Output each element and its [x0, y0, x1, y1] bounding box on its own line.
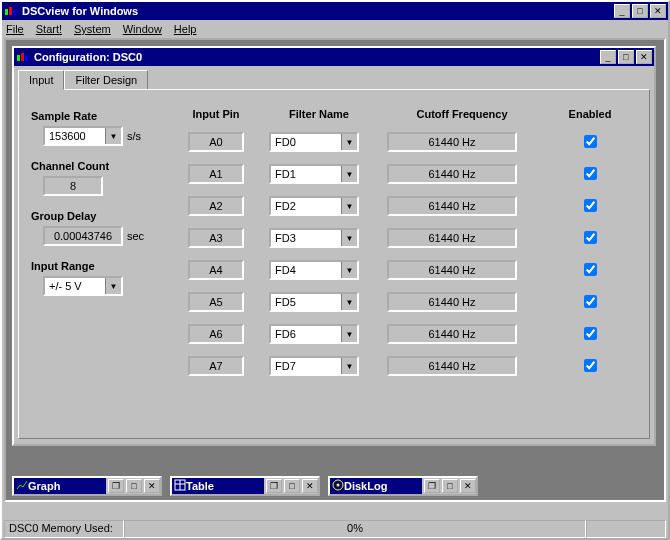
- graph-maximize-button[interactable]: □: [126, 479, 142, 493]
- chevron-down-icon: ▼: [341, 294, 357, 310]
- chevron-down-icon: ▼: [341, 326, 357, 342]
- header-input-pin: Input Pin: [181, 108, 251, 120]
- filter-dropdown-0[interactable]: FD0▼: [269, 132, 359, 152]
- enabled-checkbox-7[interactable]: [555, 359, 625, 374]
- pin-button-A5[interactable]: A5: [188, 292, 244, 312]
- pin-button-A1[interactable]: A1: [188, 164, 244, 184]
- menu-file[interactable]: File: [6, 23, 24, 35]
- group-delay-unit: sec: [127, 230, 144, 242]
- pin-button-A6[interactable]: A6: [188, 324, 244, 344]
- chevron-down-icon: ▼: [341, 134, 357, 150]
- svg-rect-4: [21, 53, 24, 61]
- filter-dropdown-5[interactable]: FD5▼: [269, 292, 359, 312]
- svg-rect-2: [13, 10, 16, 15]
- filter-dropdown-3[interactable]: FD3▼: [269, 228, 359, 248]
- status-memory-label: DSC0 Memory Used:: [4, 520, 124, 538]
- table-maximize-button[interactable]: □: [284, 479, 300, 493]
- chevron-down-icon: ▼: [341, 230, 357, 246]
- table-icon: [174, 479, 186, 493]
- chevron-down-icon: ▼: [341, 166, 357, 182]
- enabled-checkbox-2[interactable]: [555, 199, 625, 214]
- svg-rect-0: [5, 9, 8, 15]
- cutoff-field-5: 61440 Hz: [387, 292, 517, 312]
- chevron-down-icon: ▼: [341, 262, 357, 278]
- chevron-down-icon: ▼: [105, 128, 121, 144]
- pin-button-A0[interactable]: A0: [188, 132, 244, 152]
- channel-count-label: Channel Count: [31, 160, 173, 172]
- pin-button-A2[interactable]: A2: [188, 196, 244, 216]
- config-minimize-button[interactable]: _: [600, 50, 616, 64]
- config-maximize-button[interactable]: □: [618, 50, 634, 64]
- config-close-button[interactable]: ✕: [636, 50, 652, 64]
- disklog-icon: [332, 479, 344, 493]
- svg-rect-5: [25, 56, 28, 61]
- main-window: DSCview for Windows _ □ ✕ File Start! Sy…: [0, 0, 670, 540]
- sample-rate-dropdown[interactable]: 153600 ▼: [43, 126, 123, 146]
- close-button[interactable]: ✕: [650, 4, 666, 18]
- status-bar: DSC0 Memory Used: 0%: [4, 520, 666, 538]
- disklog-close-button[interactable]: ✕: [460, 479, 476, 493]
- sample-rate-unit: s/s: [127, 130, 141, 142]
- menu-system[interactable]: System: [74, 23, 111, 35]
- svg-point-10: [337, 484, 340, 487]
- filter-dropdown-4[interactable]: FD4▼: [269, 260, 359, 280]
- disklog-maximize-button[interactable]: □: [442, 479, 458, 493]
- cutoff-field-2: 61440 Hz: [387, 196, 517, 216]
- enabled-checkbox-0[interactable]: [555, 135, 625, 150]
- cutoff-field-1: 61440 Hz: [387, 164, 517, 184]
- table-restore-button[interactable]: ❐: [266, 479, 282, 493]
- filter-dropdown-7[interactable]: FD7▼: [269, 356, 359, 376]
- graph-icon: [16, 479, 28, 493]
- tab-input[interactable]: Input: [18, 70, 64, 90]
- disklog-window-minimized[interactable]: DiskLog ❐ □ ✕: [328, 476, 478, 496]
- channels-grid: Input Pin Filter Name Cutoff Frequency E…: [177, 100, 641, 428]
- config-title: Configuration: DSC0: [34, 51, 598, 63]
- enabled-checkbox-6[interactable]: [555, 327, 625, 342]
- pin-button-A7[interactable]: A7: [188, 356, 244, 376]
- menu-bar: File Start! System Window Help: [2, 20, 668, 38]
- menu-start[interactable]: Start!: [36, 23, 62, 35]
- config-title-bar: Configuration: DSC0 _ □ ✕: [14, 48, 654, 66]
- table-window-minimized[interactable]: Table ❐ □ ✕: [170, 476, 320, 496]
- chevron-down-icon: ▼: [105, 278, 121, 294]
- input-range-dropdown[interactable]: +/- 5 V ▼: [43, 276, 123, 296]
- status-memory-value: 0%: [124, 520, 586, 538]
- group-delay-field: 0.00043746: [43, 226, 123, 246]
- minimize-button[interactable]: _: [614, 4, 630, 18]
- header-filter-name: Filter Name: [269, 108, 369, 120]
- disklog-restore-button[interactable]: ❐: [424, 479, 440, 493]
- chevron-down-icon: ▼: [341, 198, 357, 214]
- main-title-bar: DSCview for Windows _ □ ✕: [2, 2, 668, 20]
- sample-rate-label: Sample Rate: [31, 110, 173, 122]
- graph-close-button[interactable]: ✕: [144, 479, 160, 493]
- menu-help[interactable]: Help: [174, 23, 197, 35]
- pin-button-A4[interactable]: A4: [188, 260, 244, 280]
- enabled-checkbox-1[interactable]: [555, 167, 625, 182]
- enabled-checkbox-3[interactable]: [555, 231, 625, 246]
- filter-dropdown-2[interactable]: FD2▼: [269, 196, 359, 216]
- pin-button-A3[interactable]: A3: [188, 228, 244, 248]
- filter-dropdown-1[interactable]: FD1▼: [269, 164, 359, 184]
- cutoff-field-4: 61440 Hz: [387, 260, 517, 280]
- mdi-client: Configuration: DSC0 _ □ ✕ Input Filter D…: [4, 38, 666, 502]
- table-close-button[interactable]: ✕: [302, 479, 318, 493]
- cutoff-field-0: 61440 Hz: [387, 132, 517, 152]
- chevron-down-icon: ▼: [341, 358, 357, 374]
- status-blank: [586, 520, 666, 538]
- svg-rect-3: [17, 55, 20, 61]
- channel-count-field: 8: [43, 176, 103, 196]
- menu-window[interactable]: Window: [123, 23, 162, 35]
- filter-dropdown-6[interactable]: FD6▼: [269, 324, 359, 344]
- graph-restore-button[interactable]: ❐: [108, 479, 124, 493]
- graph-window-minimized[interactable]: Graph ❐ □ ✕: [12, 476, 162, 496]
- group-delay-label: Group Delay: [31, 210, 173, 222]
- config-icon: [16, 50, 30, 64]
- tab-strip: Input Filter Design: [18, 70, 650, 89]
- enabled-checkbox-5[interactable]: [555, 295, 625, 310]
- left-params: Sample Rate 153600 ▼ s/s Channel Count 8: [27, 100, 177, 428]
- tab-panel-input: Sample Rate 153600 ▼ s/s Channel Count 8: [18, 89, 650, 439]
- maximize-button[interactable]: □: [632, 4, 648, 18]
- disklog-title: DiskLog: [344, 480, 387, 492]
- tab-filter-design[interactable]: Filter Design: [64, 70, 148, 89]
- enabled-checkbox-4[interactable]: [555, 263, 625, 278]
